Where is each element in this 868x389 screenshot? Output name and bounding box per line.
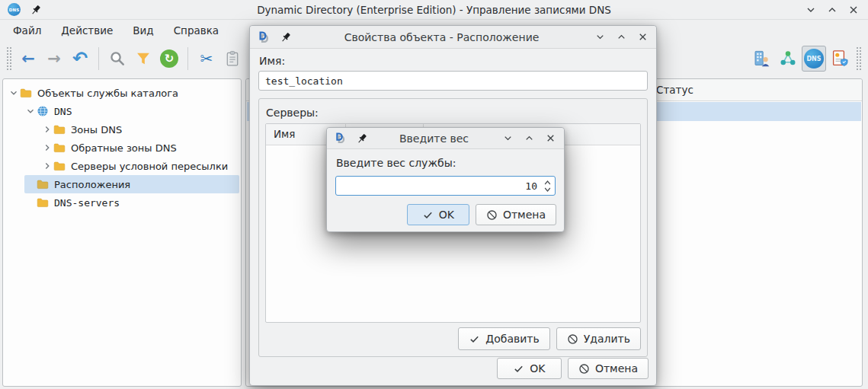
policy-document-button[interactable] [828,46,852,72]
tree-item-label: Объекты службы каталога [37,88,178,99]
forward-button[interactable]: → [42,46,66,72]
tree-item-conditional-forwarders[interactable]: Серверы условной пересылки [3,157,241,175]
toolbar-separator [98,47,99,70]
filter-icon [135,50,152,67]
cut-button[interactable]: ✂ [194,46,219,72]
tree-item-reverse-zones[interactable]: Обратные зоны DNS [3,139,241,157]
servers-group-label: Серверы: [266,107,641,119]
main-titlebar: DNS Dynamic Directory (Enterprise Editio… [0,0,868,20]
properties-cancel-button[interactable]: Отмена [568,358,649,379]
maximize-button[interactable] [614,30,628,44]
undo-icon: ↶ [72,49,88,68]
properties-ok-label: OK [530,362,545,375]
globe-icon [37,105,49,117]
weight-dialog-titlebar: Введите вес [327,128,564,149]
pin-icon[interactable] [356,132,368,145]
desktop: DNS Dynamic Directory (Enterprise Editio… [0,0,868,389]
minimize-button[interactable] [501,132,514,145]
menu-view[interactable]: Вид [123,22,163,39]
folder-icon [37,196,49,209]
undo-button[interactable]: ↶ [68,46,92,72]
pin-icon[interactable] [280,31,292,43]
tree-item-dns-zones[interactable]: Зоны DNS [3,120,241,139]
clipboard-icon [224,50,241,67]
weight-cancel-button[interactable]: Отмена [476,204,556,225]
dns-records-button[interactable]: DNS [802,46,826,72]
pin-icon[interactable] [30,4,42,16]
expander-open-icon[interactable] [8,88,19,98]
back-button[interactable]: ← [16,46,40,72]
check-icon [422,209,434,221]
minimize-button[interactable] [593,30,607,44]
network-topology-icon [779,49,797,68]
spin-up-icon[interactable] [543,180,552,186]
folder-icon [53,142,66,154]
back-icon: ← [21,51,35,67]
policy-document-icon [831,49,849,68]
close-button[interactable] [543,132,557,145]
name-input[interactable] [258,71,648,91]
menu-help[interactable]: Справка [164,22,229,39]
properties-cancel-label: Отмена [595,362,638,375]
refresh-button[interactable]: ↻ [157,46,181,72]
folder-icon [20,87,32,99]
app-dns-icon: DNS [8,3,21,16]
cancel-circle-icon [578,363,590,375]
minimize-button[interactable] [804,3,818,17]
dialog-logo-icon [334,132,347,145]
remove-server-button[interactable]: Удалить [556,327,641,350]
toolbar-handle[interactable] [7,47,11,70]
tree-item-label: DNS-servers [54,197,120,209]
properties-ok-button[interactable]: OK [497,358,562,379]
toolbar-handle[interactable] [857,47,861,70]
check-icon [469,333,480,345]
weight-spinbox [335,176,556,196]
menu-action[interactable]: Действие [51,22,123,39]
tree-item-dns-servers[interactable]: DNS-servers [3,193,241,212]
cancel-circle-icon [567,333,578,345]
toolbar-separator [187,47,188,70]
folder-icon [53,123,66,136]
maximize-button[interactable] [825,3,839,17]
weight-dialog-title: Введите вес [373,132,495,145]
weight-ok-button[interactable]: OK [407,204,469,225]
name-field-label: Имя: [259,55,648,67]
tree-item-label: Обратные зоны DNS [71,142,177,154]
maximize-button[interactable] [522,132,536,145]
organization-users-icon [753,49,771,68]
add-server-button[interactable]: Добавить [458,327,549,350]
expander-closed-icon[interactable] [42,161,53,171]
weight-cancel-label: Отмена [503,209,546,221]
paste-button[interactable] [220,46,245,72]
dialog-logo-icon [257,30,271,44]
search-icon [109,50,126,67]
menu-file[interactable]: Файл [3,22,51,39]
tree-item-label: Серверы условной пересылки [71,161,228,172]
tree-item-locations-selected[interactable]: Расположения [24,175,239,193]
dns-ball-icon: DNS [804,49,824,69]
tree-item-catalog-objects[interactable]: Объекты службы каталога [3,84,241,102]
add-server-label: Добавить [485,333,539,345]
organization-users-button[interactable] [750,46,774,72]
folder-icon [53,160,66,172]
tree-item-dns[interactable]: DNS [3,102,241,120]
forward-icon: → [47,51,61,67]
network-topology-button[interactable] [776,46,800,72]
expander-open-icon[interactable] [25,106,36,116]
close-button[interactable] [636,30,649,44]
enter-weight-dialog: Введите вес Введите вес службы: OK [326,127,565,232]
expander-closed-icon[interactable] [42,124,53,135]
weight-prompt-label: Введите вес службы: [336,157,556,169]
tree-item-label: DNS [54,106,72,117]
name-column-header[interactable]: Имя [274,128,295,140]
weight-input[interactable] [336,177,541,195]
main-window-title: Dynamic Directory (Enterprise Edition) -… [0,4,868,16]
filter-button[interactable] [131,46,155,72]
spin-down-icon[interactable] [543,187,552,193]
weight-ok-label: OK [439,209,454,221]
close-button[interactable] [847,3,860,17]
expander-closed-icon[interactable] [42,142,53,153]
properties-dialog-title: Свойства объекта - Расположение [296,31,588,43]
status-column-header[interactable]: Статус [656,84,693,96]
search-button[interactable] [105,46,130,72]
